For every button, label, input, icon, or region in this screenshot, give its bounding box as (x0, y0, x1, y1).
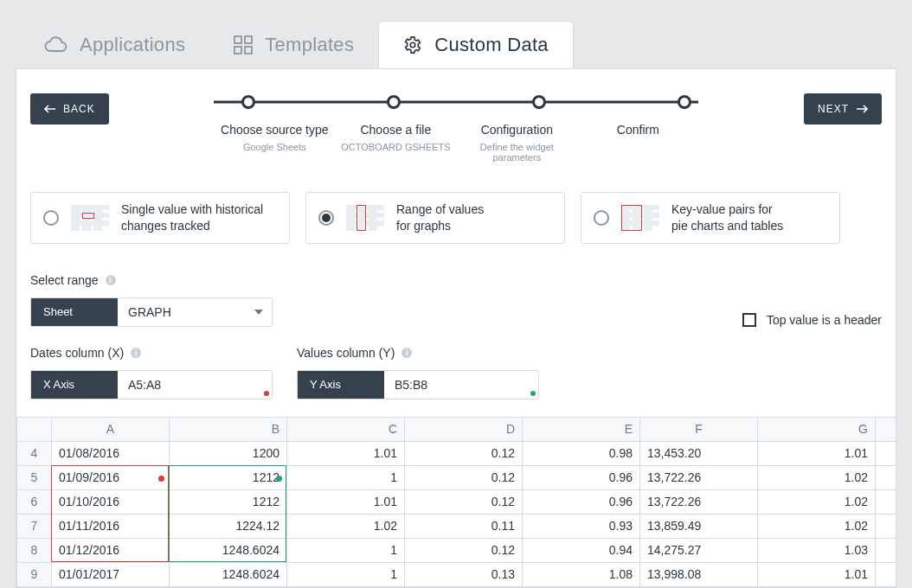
sheet-row: 901/01/20171248.602410.131.0813,998.081.… (17, 563, 896, 587)
cell-E5[interactable]: 0.96 (523, 466, 640, 490)
cell-E8[interactable]: 0.94 (523, 539, 640, 563)
sheet-row: 401/08/201612001.010.120.9813,453.201.01 (17, 442, 896, 466)
svg-point-4 (410, 42, 415, 48)
cell-C7[interactable]: 1.02 (287, 514, 405, 539)
cell-B6[interactable]: 1212 (170, 490, 287, 514)
cell-B8[interactable]: 1248.6024 (170, 539, 287, 563)
cell-A8[interactable]: 01/12/2016 (52, 539, 170, 563)
cell-G4[interactable]: 1.01 (758, 442, 876, 466)
back-label: BACK (63, 103, 95, 115)
cell-C6[interactable]: 1.01 (287, 490, 405, 514)
cell-A6[interactable]: 01/10/2016 (52, 490, 170, 514)
cell-G7[interactable]: 1.02 (758, 514, 876, 539)
spreadsheet-preview: ABCDEFG401/08/201612001.010.120.9813,453… (30, 417, 882, 587)
wizard-stepper: Choose source typeGoogle Sheets Choose a… (109, 93, 804, 163)
cell-F7[interactable]: 13,859.49 (640, 514, 758, 539)
row-number[interactable]: 4 (17, 442, 52, 466)
row-number[interactable]: 8 (17, 539, 52, 563)
x-label: Dates column (X) (30, 346, 124, 360)
step-3-title: Configuration (456, 123, 577, 137)
main-tabs: Applications Templates Custom Data (0, 0, 912, 68)
sheet-dropdown[interactable]: Sheet GRAPH (30, 297, 273, 327)
tab-templates[interactable]: Templates (209, 22, 378, 68)
row-number[interactable]: 9 (17, 563, 52, 587)
next-button[interactable]: NEXT (804, 93, 882, 125)
col-header-C[interactable]: C (287, 418, 405, 442)
mini-sheet-icon (346, 205, 384, 231)
col-header-E[interactable]: E (523, 418, 640, 442)
type-line1: Key-value pairs for (671, 201, 783, 218)
cell-G9[interactable]: 1.01 (758, 563, 876, 587)
step-dot-4[interactable] (678, 95, 691, 109)
col-header-G[interactable]: G (758, 418, 876, 442)
cell-E4[interactable]: 0.98 (523, 442, 640, 466)
cell-F5[interactable]: 13,722.26 (640, 466, 758, 490)
step-1-sub: Google Sheets (214, 142, 335, 152)
tab-applications[interactable]: Applications (19, 22, 209, 68)
cell-C9[interactable]: 1 (287, 563, 405, 587)
cell-B5[interactable]: 1212 (170, 466, 287, 490)
row-number[interactable]: 7 (17, 514, 52, 539)
type-option-keyvalue[interactable]: Key-value pairs forpie charts and tables (581, 192, 840, 244)
tab-custom-data[interactable]: Custom Data (378, 21, 574, 68)
col-header-B[interactable]: B (170, 418, 287, 442)
info-icon[interactable]: i (401, 348, 412, 358)
step-dot-2[interactable] (387, 95, 401, 109)
mini-sheet-icon (71, 205, 109, 231)
cell-G6[interactable]: 1.02 (758, 490, 876, 514)
cell-D5[interactable]: 0.12 (405, 466, 523, 490)
cell-E6[interactable]: 0.96 (523, 490, 640, 514)
cell-C8[interactable]: 1 (287, 539, 405, 563)
cell-B9[interactable]: 1248.6024 (170, 563, 287, 587)
cell-C4[interactable]: 1.01 (287, 442, 405, 466)
y-indicator-dot (530, 391, 536, 396)
info-icon[interactable]: i (131, 348, 141, 358)
cell-A7[interactable]: 01/11/2016 (52, 514, 170, 539)
col-header-D[interactable]: D (405, 418, 523, 442)
checkbox-icon (742, 313, 756, 327)
cell-D6[interactable]: 0.12 (405, 490, 523, 514)
type-line1: Single value with historical (121, 201, 263, 218)
x-axis-input[interactable]: X Axis A5:A8 (30, 370, 273, 399)
cell-F6[interactable]: 13,722.26 (640, 490, 758, 514)
cell-D7[interactable]: 0.11 (405, 514, 523, 539)
type-line2: pie charts and tables (671, 218, 783, 234)
cell-C5[interactable]: 1 (287, 466, 405, 490)
cell-E9[interactable]: 1.08 (523, 563, 640, 587)
type-option-single[interactable]: Single value with historicalchanges trac… (30, 192, 290, 244)
cell-B7[interactable]: 1224.12 (170, 514, 287, 539)
cell-F9[interactable]: 13,998.08 (640, 563, 758, 587)
tab-label: Templates (265, 34, 354, 56)
y-axis-input[interactable]: Y Axis B5:B8 (297, 370, 539, 399)
back-button[interactable]: BACK (30, 93, 109, 125)
header-checkbox[interactable]: Top value is a header (742, 313, 882, 327)
cell-G5[interactable]: 1.02 (758, 466, 876, 490)
cell-D9[interactable]: 0.13 (405, 563, 523, 587)
cell-B4[interactable]: 1200 (170, 442, 287, 466)
info-icon[interactable]: i (106, 275, 116, 285)
mini-sheet-icon (621, 205, 659, 231)
step-dot-3[interactable] (532, 95, 546, 109)
sheet-tag: Sheet (31, 298, 118, 326)
cell-F8[interactable]: 14,275.27 (640, 539, 758, 563)
cell-A5[interactable]: 01/09/2016 (52, 466, 170, 490)
row-number[interactable]: 5 (17, 466, 52, 490)
cell-E7[interactable]: 0.93 (523, 514, 640, 539)
col-header-F[interactable]: F (640, 418, 758, 442)
cell-D4[interactable]: 0.12 (405, 442, 523, 466)
type-option-range[interactable]: Range of valuesfor graphs (305, 192, 565, 244)
sheet-row: 501/09/2016121210.120.9613,722.261.02 (17, 466, 896, 490)
row-number[interactable]: 6 (17, 490, 52, 514)
config-panel: BACK Choose source typeGoogle Sheets Cho… (16, 68, 896, 588)
cell-A4[interactable]: 01/08/2016 (52, 442, 170, 466)
cell-A9[interactable]: 01/01/2017 (52, 563, 170, 587)
cell-G8[interactable]: 1.03 (758, 539, 876, 563)
x-indicator-dot (264, 391, 269, 396)
step-dot-1[interactable] (241, 95, 255, 109)
cell-F4[interactable]: 13,453.20 (640, 442, 758, 466)
chevron-down-icon (254, 310, 263, 315)
col-header-A[interactable]: A (52, 418, 170, 442)
radio-icon (318, 210, 334, 226)
type-line2: changes tracked (121, 218, 263, 234)
cell-D8[interactable]: 0.12 (405, 539, 523, 563)
